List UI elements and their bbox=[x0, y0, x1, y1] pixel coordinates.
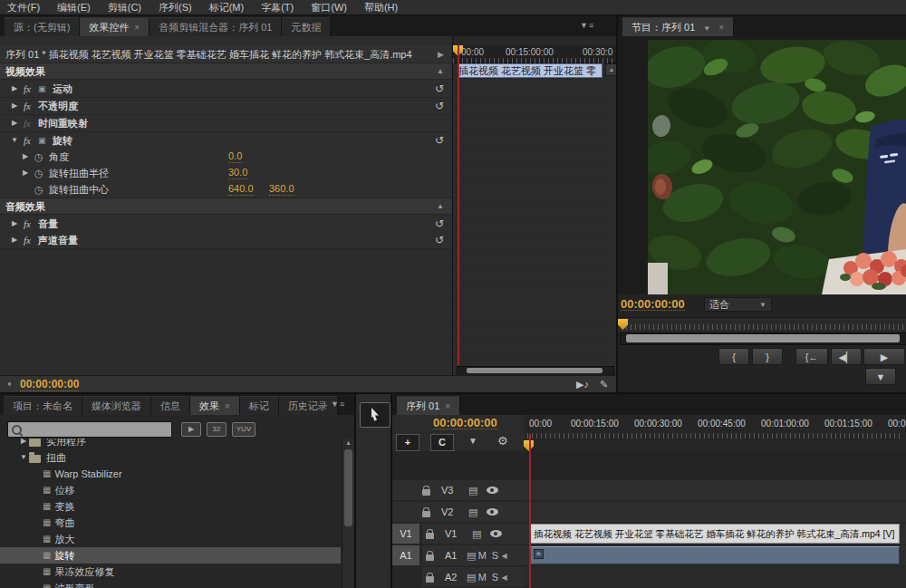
stopwatch-icon[interactable]: ◷ bbox=[34, 149, 49, 165]
step-back-button[interactable]: ◀▏ bbox=[831, 348, 862, 365]
zoom-level-select[interactable]: 适合 ▼ bbox=[704, 297, 772, 312]
reset-icon[interactable]: ↺ bbox=[435, 216, 444, 232]
menu-title[interactable]: 字幕(T) bbox=[261, 1, 294, 14]
32bit-filter-icon[interactable]: 32 bbox=[207, 422, 226, 437]
effect-row-twirl[interactable]: ▼ fx ▣ 旋转 ↺ bbox=[0, 132, 451, 149]
menu-window[interactable]: 窗口(W) bbox=[311, 1, 347, 14]
mute-button[interactable]: M bbox=[476, 550, 488, 561]
effect-controls-timecode[interactable]: 00:00:00:00 bbox=[20, 379, 79, 391]
timeline-settings-icon[interactable]: ⚙ bbox=[497, 434, 508, 448]
twirl-icon[interactable]: ▼ bbox=[9, 132, 20, 149]
reset-icon[interactable]: ↺ bbox=[435, 232, 444, 248]
twirl-icon[interactable]: ▶ bbox=[9, 98, 20, 114]
menu-sequence[interactable]: 序列(S) bbox=[159, 1, 192, 14]
effects-search-input[interactable] bbox=[7, 421, 172, 438]
video-clip[interactable]: 插花视频 花艺视频 开业花篮 零基础花艺 婚车插花 鲜花的养护 韩式花束_高清.… bbox=[530, 524, 900, 544]
panel-menu-icon[interactable]: ▼≡ bbox=[580, 21, 594, 30]
twirl-icon[interactable]: ▶ bbox=[20, 165, 31, 181]
tree-item-bend[interactable]: ▦ 弯曲 bbox=[0, 515, 341, 531]
display-style-icon[interactable]: ▤ bbox=[467, 572, 476, 583]
tab-effect-controls[interactable]: 效果控件× bbox=[80, 17, 149, 36]
stopwatch-icon[interactable]: ◷ bbox=[34, 165, 49, 181]
tab-source[interactable]: 源：(无剪辑) bbox=[5, 17, 80, 36]
tab-markers[interactable]: 标记 bbox=[240, 396, 279, 415]
tab-effects[interactable]: 效果× bbox=[190, 396, 240, 415]
display-style-icon[interactable]: ▤ bbox=[468, 506, 477, 518]
accelerated-effects-filter-icon[interactable]: ▶ bbox=[181, 422, 201, 437]
effect-row-motion[interactable]: ▶ fx ▣ 运动 ↺ bbox=[0, 81, 451, 98]
scrollbar-thumb[interactable] bbox=[626, 334, 900, 342]
write-keyframes-icon[interactable]: ✎ bbox=[600, 379, 608, 390]
video-effects-header[interactable]: 视频效果 ▲ bbox=[0, 63, 451, 80]
toggle-output-icon[interactable] bbox=[490, 530, 502, 537]
effect-row-volume[interactable]: ▶ fx 音量 ↺ bbox=[0, 216, 451, 233]
menu-help[interactable]: 帮助(H) bbox=[364, 1, 398, 14]
vertical-scrollbar[interactable]: ▲ bbox=[342, 439, 354, 588]
twirl-icon[interactable]: ▶ bbox=[20, 149, 31, 165]
tab-project[interactable]: 项目：未命名 bbox=[4, 396, 82, 415]
twirl-icon[interactable]: ▶ bbox=[9, 81, 20, 97]
add-marker-icon[interactable]: ▼ bbox=[468, 436, 477, 446]
stopwatch-icon[interactable]: ◷ bbox=[34, 181, 49, 198]
mini-clip-bar[interactable]: 插花视频 花艺视频 开业花篮 零 bbox=[458, 63, 602, 78]
selection-tool[interactable] bbox=[360, 402, 390, 428]
close-icon[interactable]: × bbox=[225, 401, 230, 411]
twirl-icon[interactable]: ▼ bbox=[18, 449, 29, 466]
timeline-timecode[interactable]: 00:00:00:00 bbox=[433, 417, 497, 429]
param-value[interactable]: 360.0 bbox=[269, 183, 294, 196]
menu-clip[interactable]: 剪辑(C) bbox=[108, 1, 141, 14]
track-v3-lane[interactable] bbox=[524, 480, 906, 500]
collapse-left-icon[interactable]: ◀ bbox=[501, 574, 506, 582]
collapse-icon[interactable]: ▲ bbox=[437, 198, 444, 215]
mark-in-button[interactable]: { bbox=[718, 348, 749, 365]
twirl-icon[interactable]: ▶ bbox=[9, 232, 20, 248]
tree-item-wave-warp[interactable]: ▦ 波形变形 bbox=[0, 580, 341, 588]
twirl-icon[interactable]: ▶ bbox=[9, 115, 20, 131]
panel-menu-icon[interactable]: ▼≡ bbox=[331, 400, 345, 409]
timeline-ruler[interactable]: 00:00 00:00:15:00 00:00:30:00 00:00:45:0… bbox=[524, 415, 906, 451]
mute-button[interactable]: M bbox=[476, 572, 488, 583]
scrollbar-thumb[interactable] bbox=[467, 368, 602, 373]
close-icon[interactable]: × bbox=[134, 23, 140, 33]
tree-item-rolling-shutter[interactable]: ▦ 果冻效应修复 bbox=[0, 564, 341, 580]
toggle-output-icon[interactable] bbox=[487, 508, 498, 516]
goto-in-button[interactable]: {← bbox=[795, 348, 828, 365]
display-style-icon[interactable]: ▤ bbox=[467, 550, 476, 562]
program-timecode[interactable]: 00:00:00:00 bbox=[621, 298, 685, 311]
track-v2-lane[interactable] bbox=[524, 502, 906, 522]
chevron-down-icon[interactable]: ▼ bbox=[703, 24, 710, 33]
solo-button[interactable]: S bbox=[488, 550, 501, 561]
effect-row-opacity[interactable]: ▶ fx 不透明度 ↺ bbox=[0, 98, 451, 115]
tree-item-transform[interactable]: ▦ 变换 bbox=[0, 498, 341, 515]
tree-item-offset[interactable]: ▦ 位移 bbox=[0, 482, 341, 498]
program-time-ruler[interactable] bbox=[618, 317, 906, 332]
menu-file[interactable]: 文件(F) bbox=[7, 1, 40, 14]
reset-icon[interactable]: ↺ bbox=[435, 81, 444, 97]
tab-info[interactable]: 信息 bbox=[151, 396, 190, 415]
nest-icon[interactable]: C bbox=[430, 434, 454, 451]
menu-edit[interactable]: 编辑(E) bbox=[57, 1, 91, 14]
tab-audio-mixer[interactable]: 音频剪辑混合器：序列 01 bbox=[149, 17, 282, 36]
param-value[interactable]: 640.0 bbox=[228, 183, 254, 196]
tree-folder-utility[interactable]: ▶ 实用程序 bbox=[0, 439, 341, 449]
close-icon[interactable]: × bbox=[445, 401, 450, 411]
collapse-left-icon[interactable]: ◀ bbox=[501, 552, 506, 560]
scrollbar-thumb[interactable] bbox=[344, 449, 352, 526]
lock-icon[interactable] bbox=[426, 554, 434, 561]
mini-time-ruler[interactable]: 00:00 00:15:00:00 00:30:0 bbox=[453, 45, 617, 63]
tab-history[interactable]: 历史记录 bbox=[279, 396, 338, 415]
tree-item-magnify[interactable]: ▦ 放大 bbox=[0, 531, 341, 547]
reset-icon[interactable]: ↺ bbox=[435, 132, 444, 149]
snap-icon[interactable]: + bbox=[396, 434, 419, 451]
tab-media-browser[interactable]: 媒体浏览器 bbox=[82, 396, 151, 415]
lock-icon[interactable] bbox=[422, 489, 430, 496]
reset-icon[interactable]: ↺ bbox=[435, 98, 444, 114]
twirl-icon[interactable]: ▶ bbox=[9, 216, 20, 232]
audio-clip[interactable]: fx bbox=[530, 546, 900, 564]
source-patch-v1[interactable]: V1 bbox=[392, 524, 419, 544]
lock-icon[interactable] bbox=[426, 533, 434, 539]
lock-icon[interactable] bbox=[426, 576, 434, 583]
menu-marker[interactable]: 标记(M) bbox=[209, 1, 245, 14]
toggle-output-icon[interactable] bbox=[487, 487, 498, 494]
display-style-icon[interactable]: ▤ bbox=[468, 485, 477, 496]
